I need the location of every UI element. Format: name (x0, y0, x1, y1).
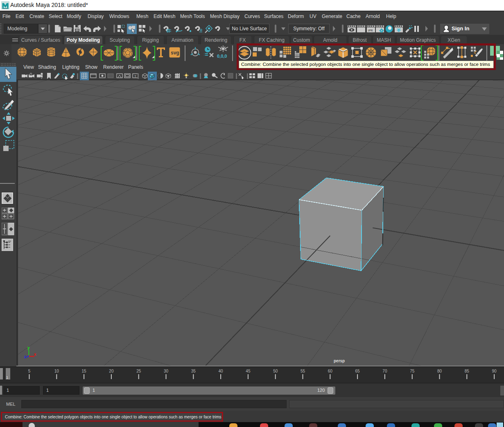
svg-text:0,0,0: 0,0,0 (217, 54, 227, 59)
svg-text:5: 5 (28, 369, 31, 373)
svg-text:40: 40 (219, 369, 224, 373)
svg-text:y: y (27, 346, 30, 350)
svg-text:30: 30 (164, 369, 169, 373)
svg-text:1: 1 (6, 375, 8, 380)
svg-text:15: 15 (82, 369, 87, 373)
svg-text:65: 65 (355, 369, 360, 373)
svg-text:90: 90 (492, 369, 497, 373)
svg-text:60: 60 (328, 369, 333, 373)
svg-text:35: 35 (191, 369, 196, 373)
svg-text:80: 80 (437, 369, 442, 373)
svg-text:85: 85 (465, 369, 470, 373)
svg-text:svg: svg (171, 50, 179, 56)
svg-text:z: z (24, 355, 26, 359)
svg-text:20: 20 (109, 369, 114, 373)
svg-text:55: 55 (301, 369, 305, 373)
svg-text:persp: persp (334, 359, 345, 363)
svg-text:IPR: IPR (368, 29, 373, 32)
svg-text:75: 75 (410, 369, 415, 373)
svg-text:T: T (134, 75, 136, 78)
svg-text:x: x (34, 352, 36, 357)
svg-text:50: 50 (273, 369, 278, 373)
svg-text:10: 10 (54, 369, 59, 373)
svg-text:45: 45 (246, 369, 251, 373)
svg-text:70: 70 (382, 369, 387, 373)
svg-text:25: 25 (136, 369, 141, 373)
